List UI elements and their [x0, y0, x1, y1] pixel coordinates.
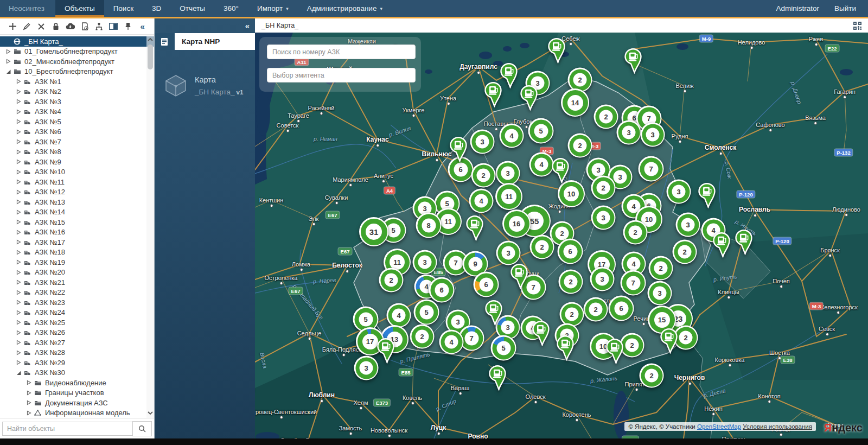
- delete-button[interactable]: [34, 20, 49, 33]
- tree-item[interactable]: 02_Минскоблнефтепродукт: [0, 56, 154, 67]
- tree-collapsed-icon[interactable]: [15, 270, 23, 275]
- tree-expanded-icon[interactable]: [15, 370, 23, 376]
- logout-link[interactable]: Выйти: [834, 4, 856, 12]
- map-cluster-marker[interactable]: 4: [529, 152, 554, 177]
- tree-item[interactable]: АЗК №8: [0, 147, 154, 157]
- tree-collapsed-icon[interactable]: [15, 89, 23, 94]
- tree-item[interactable]: АЗК №3: [0, 97, 154, 107]
- tree-collapsed-icon[interactable]: [15, 169, 23, 175]
- tree-item[interactable]: АЗК №25: [0, 317, 154, 328]
- pin-button[interactable]: [121, 20, 136, 33]
- download-button[interactable]: [63, 20, 78, 33]
- collapse-button[interactable]: «: [135, 20, 150, 33]
- tab-karta-nhp[interactable]: Карта NHP: [175, 33, 255, 50]
- map-cluster-marker[interactable]: 2: [559, 270, 583, 294]
- tree-item[interactable]: АЗК №16: [0, 227, 154, 238]
- nav-item-3[interactable]: 3D: [143, 0, 170, 17]
- nav-item-6[interactable]: Импорт▾: [248, 0, 298, 17]
- tree-item[interactable]: АЗК №10: [0, 167, 154, 177]
- tree-collapsed-icon[interactable]: [15, 259, 23, 265]
- fuel-station-pin[interactable]: [465, 215, 484, 243]
- map-cluster-marker[interactable]: 2: [584, 297, 608, 322]
- document-tab-icon[interactable]: [154, 33, 175, 50]
- map-cluster-marker[interactable]: 2: [623, 220, 648, 245]
- tree-item[interactable]: АЗК №30: [0, 368, 154, 378]
- map-cluster-marker[interactable]: 6: [474, 272, 499, 297]
- map-canvas[interactable]: © Яндекс, © Участники OpenStreetMap Усло…: [255, 33, 868, 438]
- map-cluster-marker[interactable]: 3: [590, 267, 615, 291]
- tree-collapsed-icon[interactable]: [15, 300, 23, 305]
- tree-item[interactable]: АЗК №23: [0, 297, 154, 308]
- tree-item[interactable]: АЗК №29: [0, 358, 154, 368]
- tree-item[interactable]: АЗК №4: [0, 107, 154, 117]
- edit-button[interactable]: [20, 20, 35, 33]
- tree-collapsed-icon[interactable]: [15, 79, 23, 84]
- map-cluster-marker[interactable]: 2: [471, 163, 496, 188]
- fuel-station-pin[interactable]: [449, 137, 468, 164]
- osm-link[interactable]: OpenStreetMap: [697, 423, 741, 430]
- map-cluster-marker[interactable]: 3: [667, 180, 691, 204]
- tree-collapsed-icon[interactable]: [25, 400, 33, 405]
- tree-item[interactable]: АЗК №9: [0, 157, 154, 167]
- map-cluster-marker[interactable]: 16: [502, 209, 531, 238]
- tree-item[interactable]: АЗК №18: [0, 247, 154, 258]
- tree-collapsed-icon[interactable]: [15, 209, 23, 215]
- hierarchy-button[interactable]: [92, 20, 107, 33]
- map-cluster-marker[interactable]: 4: [439, 330, 464, 354]
- fuel-station-pin[interactable]: [605, 339, 624, 366]
- fuel-station-pin[interactable]: [712, 232, 731, 260]
- tree-collapsed-icon[interactable]: [25, 390, 33, 396]
- tree-collapsed-icon[interactable]: [15, 99, 23, 104]
- tree-item[interactable]: АЗК №26: [0, 328, 154, 338]
- fuel-station-pin[interactable]: [510, 264, 528, 291]
- document-status-button[interactable]: [78, 20, 92, 33]
- map-cluster-marker[interactable]: 8: [416, 213, 442, 238]
- map-cluster-marker[interactable]: 7: [621, 270, 646, 296]
- scroll-down-icon[interactable]: [146, 409, 154, 417]
- map-cluster-marker[interactable]: 6: [558, 239, 583, 264]
- tree-collapsed-icon[interactable]: [15, 310, 23, 315]
- tree-collapsed-icon[interactable]: [15, 179, 23, 185]
- tree-collapsed-icon[interactable]: [15, 119, 23, 124]
- tree-item[interactable]: АЗК №19: [0, 257, 154, 268]
- map-cluster-marker[interactable]: 5: [528, 118, 554, 144]
- tree-collapsed-icon[interactable]: [15, 239, 23, 245]
- map-cluster-marker[interactable]: 3: [354, 356, 379, 380]
- tree-item[interactable]: Границы участков: [0, 388, 154, 398]
- map-cluster-marker[interactable]: 3: [648, 281, 672, 306]
- tree-collapsed-icon[interactable]: [15, 250, 23, 255]
- map-cluster-marker[interactable]: 3: [617, 120, 641, 145]
- map-cluster-marker[interactable]: 4: [500, 124, 524, 148]
- tree-item[interactable]: АЗК №15: [0, 217, 154, 227]
- fuel-station-pin[interactable]: [698, 183, 716, 211]
- emitter-select-input[interactable]: [267, 68, 416, 82]
- tree-item[interactable]: АЗК №2: [0, 87, 154, 97]
- tree-collapsed-icon[interactable]: [15, 189, 23, 195]
- tree-collapsed-icon[interactable]: [15, 290, 23, 295]
- map-cluster-marker[interactable]: 3: [470, 130, 495, 154]
- nav-item-4[interactable]: Отчеты: [170, 0, 214, 17]
- tree-item[interactable]: АЗК №28: [0, 348, 154, 358]
- fuel-station-pin[interactable]: [556, 335, 575, 363]
- tree-item[interactable]: АЗК №7: [0, 137, 154, 147]
- nav-item-7[interactable]: Администрирование▾: [298, 0, 392, 17]
- tree-collapsed-icon[interactable]: [15, 330, 23, 335]
- fuel-station-pin[interactable]: [735, 230, 753, 257]
- panel-collapse-button[interactable]: «: [245, 21, 250, 30]
- tree-collapsed-icon[interactable]: [4, 49, 12, 54]
- tree-collapsed-icon[interactable]: [15, 340, 23, 345]
- nav-item-2[interactable]: Поиск: [104, 0, 143, 17]
- tree-search-input[interactable]: [2, 422, 132, 436]
- tree-item[interactable]: 10_Брестоблнефтепродукт: [0, 67, 154, 77]
- split-view-button[interactable]: [106, 20, 121, 33]
- terms-link[interactable]: Условия использования: [743, 423, 812, 430]
- tree-collapsed-icon[interactable]: [15, 320, 23, 325]
- tree-collapsed-icon[interactable]: [15, 159, 23, 164]
- map-cluster-marker[interactable]: 7: [639, 156, 664, 182]
- tree-item[interactable]: АЗК №20: [0, 268, 154, 278]
- map-cluster-marker[interactable]: 11: [495, 183, 522, 210]
- tree-collapsed-icon[interactable]: [15, 279, 23, 285]
- tree-item[interactable]: Информационная модель: [0, 408, 154, 418]
- fuel-station-pin[interactable]: [484, 82, 502, 110]
- tree-collapsed-icon[interactable]: [15, 230, 23, 235]
